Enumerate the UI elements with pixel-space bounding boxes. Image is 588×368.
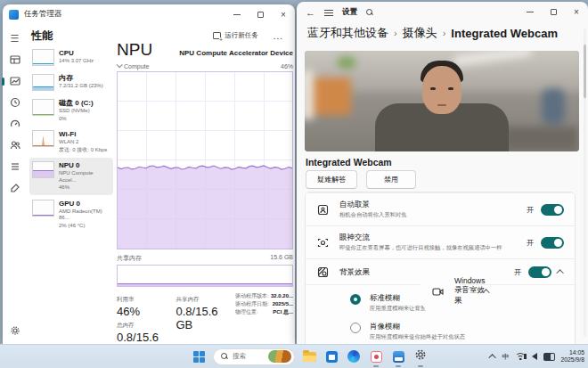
breadcrumb: 蓝牙和其他设备 › 摄像头 › Integrated Webcam <box>307 25 558 41</box>
breadcrumb-separator: › <box>394 28 397 38</box>
details-icon[interactable] <box>9 161 20 173</box>
radio-selected-icon[interactable] <box>350 294 361 305</box>
taskbar-clock[interactable]: 14:05 2025/9/8 <box>561 349 584 364</box>
breadcrumb-separator: › <box>443 28 446 38</box>
minimize-icon[interactable] <box>519 2 542 21</box>
maximize-icon[interactable] <box>249 4 272 24</box>
blue-app-icon[interactable] <box>390 348 406 364</box>
npu-device-name: NPU Compute Accelerator Device <box>179 49 293 57</box>
processes-icon[interactable] <box>9 54 20 66</box>
run-new-task-icon <box>213 32 221 39</box>
webcam-preview <box>305 51 579 151</box>
maximize-icon[interactable] <box>542 2 565 21</box>
studio-effects-icon <box>431 285 444 298</box>
volume-icon[interactable] <box>532 353 537 360</box>
taskbar: 搜索 中 14:05 2025/9/8 <box>0 344 588 368</box>
windows-studio-effects-card: Windows 录音室效果 自动取景 相机会自动将你入景和对焦 开 眼神交流 即… <box>305 192 576 354</box>
npu-compute-chart <box>117 71 293 249</box>
users-icon[interactable] <box>9 140 20 151</box>
troubleshoot-button[interactable]: 疑难解答 <box>306 170 357 189</box>
eye-contact-icon <box>316 236 329 249</box>
toggle-state-label: 开 <box>527 205 534 215</box>
disable-button[interactable]: 禁用 <box>366 170 416 189</box>
tray-chevron-icon[interactable] <box>488 354 495 361</box>
app-history-icon[interactable] <box>9 97 20 109</box>
eye-contact-subtitle: 即使你正在查看屏幕，也可进行目视接触，就像在视频通话中一样 <box>339 243 502 252</box>
close-icon[interactable]: × <box>272 4 295 24</box>
sidebar-item-memory[interactable]: 内存7.2/31.2 GB (23%) <box>29 70 113 94</box>
shared-memory-chart-label: 共享内存 <box>117 254 142 263</box>
eye-contact-row: 眼神交流 即使你正在查看屏幕，也可进行目视接触，就像在视频通话中一样 开 <box>306 225 575 258</box>
disk-mini-chart <box>32 99 54 116</box>
performance-sidebar: CPU14% 3.07 GHz 内存7.2/31.2 GB (23%) 磁盘 0… <box>29 45 113 233</box>
portrait-blur-title: 肖像模糊 <box>370 322 465 331</box>
chevron-up-icon[interactable] <box>556 269 563 276</box>
minimize-icon[interactable] <box>225 4 249 24</box>
close-icon[interactable]: × <box>565 2 588 21</box>
task-manager-window-controls: × <box>225 4 295 24</box>
breadcrumb-cameras[interactable]: 摄像头 <box>403 25 437 41</box>
microsoft-store-icon[interactable] <box>323 348 339 364</box>
breadcrumb-bluetooth-devices[interactable]: 蓝牙和其他设备 <box>307 25 388 41</box>
battery-icon[interactable] <box>543 353 555 361</box>
settings-gear-icon[interactable] <box>412 348 429 364</box>
sidebar-item-wifi[interactable]: Wi-FiWLAN 2发送: 0 接收: 0 Kbps <box>29 127 113 157</box>
automatic-framing-row: 自动取景 相机会自动将你入景和对焦 开 <box>306 192 575 225</box>
studio-effects-header[interactable]: Windows 录音室效果 <box>421 267 460 315</box>
scrollbar[interactable] <box>584 29 586 337</box>
background-effects-toggle[interactable] <box>528 266 551 278</box>
automatic-framing-icon <box>316 203 329 216</box>
physical-location-row: 物理位置:PCI 总... <box>235 308 293 316</box>
toggle-state-label: 开 <box>527 238 534 248</box>
chevron-down-icon[interactable] <box>117 61 123 68</box>
back-icon[interactable]: ← <box>306 7 315 18</box>
sidebar-item-disk[interactable]: 磁盘 0 (C:)SSD (NVMe)0% <box>29 95 113 126</box>
total-memory-label: 总内存 <box>117 322 176 330</box>
hamburger-menu-icon[interactable] <box>324 8 333 18</box>
driver-version-row: 驱动程序版本:32.0.20... <box>235 292 293 300</box>
driver-date-row: 驱动程序日期:2025/5... <box>235 300 293 308</box>
taskbar-search-box[interactable]: 搜索 <box>213 348 295 365</box>
shared-memory-chart-scale: 15.6 GB <box>270 254 293 263</box>
task-manager-settings-gear-icon[interactable] <box>9 325 20 337</box>
studio-effects-title: Windows 录音室效果 <box>454 276 485 307</box>
toggle-state-label: 开 <box>514 267 521 277</box>
performance-page-title: 性能 <box>31 29 53 44</box>
menu-icon[interactable]: ☰ <box>9 33 20 45</box>
scrollbar-thumb[interactable] <box>584 45 586 98</box>
automatic-framing-subtitle: 相机会自动将你入景和对焦 <box>339 210 407 219</box>
portrait-blur-option[interactable]: 肖像模糊 应用轻度模糊来使你始终处于对焦状态 <box>306 317 575 346</box>
task-manager-app-icon <box>9 10 19 20</box>
eye-contact-toggle[interactable] <box>541 237 564 249</box>
edge-icon[interactable] <box>346 348 362 364</box>
sidebar-item-npu[interactable]: NPU 0NPU Compute Accel...46% <box>29 158 113 195</box>
shared-memory-label: 共享内存 <box>176 296 236 304</box>
eye-contact-title: 眼神交流 <box>339 233 502 241</box>
pink-app-icon[interactable] <box>368 348 384 364</box>
automatic-framing-toggle[interactable] <box>541 204 564 216</box>
gpu-mini-chart <box>32 200 54 217</box>
shared-memory-chart <box>117 265 293 287</box>
search-highlight-image[interactable] <box>268 350 291 363</box>
task-manager-window: 任务管理器 × 性能 运行新任务 ... ☰ CPU14% 3.07 GHz <box>3 4 295 344</box>
services-icon[interactable] <box>9 183 20 194</box>
webcam-person <box>366 62 518 151</box>
search-placeholder: 搜索 <box>233 352 264 361</box>
startup-apps-icon[interactable] <box>9 119 20 130</box>
radio-unselected-icon[interactable] <box>350 323 361 333</box>
breadcrumb-current-page: Integrated Webcam <box>451 27 558 40</box>
sidebar-item-gpu[interactable]: GPU 0AMD Radeon(TM) 86...2% (46 °C) <box>29 196 113 233</box>
clock-date: 2025/9/8 <box>561 356 584 364</box>
background-effects-icon <box>316 266 329 278</box>
utilization-value: 46% <box>117 305 176 318</box>
file-explorer-icon[interactable] <box>301 348 317 364</box>
settings-window: ← 设置 × 蓝牙和其他设备 › 摄像头 › Integrated Webcam… <box>297 2 588 344</box>
compute-chart-label: Compute <box>124 63 149 70</box>
performance-icon[interactable] <box>9 76 20 87</box>
more-options-button[interactable]: ... <box>269 31 288 41</box>
ime-indicator[interactable]: 中 <box>502 352 510 362</box>
camera-name-label: Integrated Webcam <box>306 157 392 168</box>
start-icon[interactable] <box>191 348 207 364</box>
settings-search-icon[interactable] <box>366 9 373 16</box>
sidebar-item-cpu[interactable]: CPU14% 3.07 GHz <box>29 45 113 70</box>
